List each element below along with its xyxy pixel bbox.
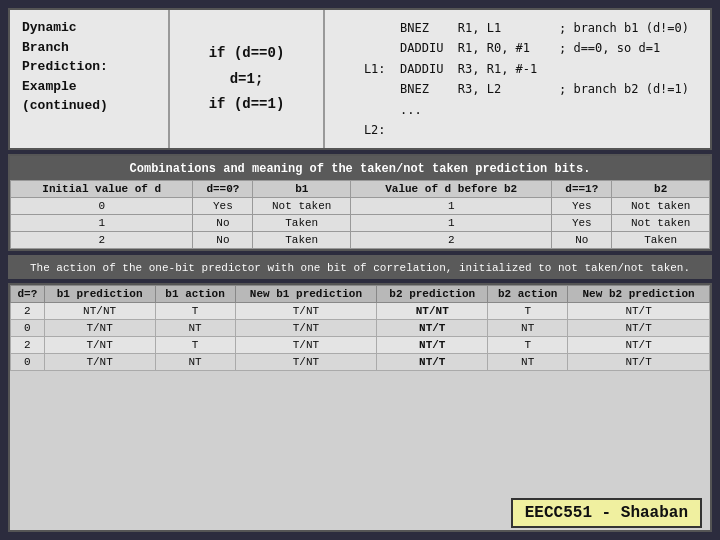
code-line3: if (d==1)	[209, 96, 285, 112]
bottom-th-7: New b2 prediction	[568, 286, 710, 303]
bottom-row: 2NT/NTTT/NTNT/NTTNT/T	[11, 303, 710, 320]
bottom-th-4: New b1 prediction	[235, 286, 377, 303]
combo-title-row: Combinations and meaning of the taken/no…	[10, 156, 710, 180]
bottom-cell: NT	[488, 354, 568, 371]
combo-cell: Not taken	[253, 198, 351, 215]
title-line1: Dynamic	[22, 20, 77, 35]
footer-label: EECC551 - Shaaban	[511, 498, 702, 528]
combo-section: Combinations and meaning of the taken/no…	[8, 154, 712, 251]
combo-cell: Taken	[253, 232, 351, 249]
bottom-cell: NT/T	[377, 320, 488, 337]
bottom-th-2: b1 prediction	[44, 286, 155, 303]
footer-label-text: EECC551 - Shaaban	[525, 504, 688, 522]
bottom-cell: NT	[155, 354, 235, 371]
combo-cell: Not taken	[612, 198, 710, 215]
bottom-cell: 0	[11, 354, 45, 371]
left-panel-title: Dynamic Branch Prediction: Example (cont…	[22, 18, 156, 116]
bottom-th-5: b2 prediction	[377, 286, 488, 303]
bottom-cell: T	[488, 303, 568, 320]
title-line3: Prediction:	[22, 59, 108, 74]
combo-table: Initial value of d d==0? b1 Value of d b…	[10, 180, 710, 249]
combo-cell: Taken	[253, 215, 351, 232]
code-line2: d=1;	[230, 71, 264, 87]
left-panel: Dynamic Branch Prediction: Example (cont…	[10, 10, 170, 148]
middle-panel: if (d==0) d=1; if (d==1)	[170, 10, 325, 148]
title-line4: Example	[22, 79, 77, 94]
right-panel: BNEZ R1, L1 ; branch b1 (d!=0) DADDIU R1…	[325, 10, 710, 148]
combo-cell: No	[193, 215, 253, 232]
combo-cell: Yes	[552, 215, 612, 232]
combo-cell: No	[552, 232, 612, 249]
combo-cell: 1	[351, 198, 552, 215]
bottom-cell: NT/T	[568, 303, 710, 320]
bottom-cell: NT/T	[377, 354, 488, 371]
combo-cell: No	[193, 232, 253, 249]
bottom-cell: NT/NT	[377, 303, 488, 320]
note-text: The action of the one-bit predictor with…	[30, 262, 690, 274]
right-panel-code: BNEZ R1, L1 ; branch b1 (d!=0) DADDIU R1…	[335, 18, 700, 140]
combo-th-2: d==0?	[193, 181, 253, 198]
bottom-cell: NT	[155, 320, 235, 337]
combo-row: 2NoTaken2NoTaken	[11, 232, 710, 249]
combo-row: 0YesNot taken1YesNot taken	[11, 198, 710, 215]
bottom-cell: T/NT	[44, 320, 155, 337]
combo-th-3: b1	[253, 181, 351, 198]
combo-cell: Not taken	[612, 215, 710, 232]
combo-cell: Taken	[612, 232, 710, 249]
title-line2: Branch	[22, 40, 69, 55]
combo-cell: Yes	[552, 198, 612, 215]
bottom-cell: T/NT	[235, 337, 377, 354]
note-bar: The action of the one-bit predictor with…	[8, 255, 712, 279]
bottom-cell: NT	[488, 320, 568, 337]
bottom-cell: T/NT	[235, 320, 377, 337]
bottom-cell: NT/T	[568, 354, 710, 371]
combo-title-text: Combinations and meaning of the taken/no…	[130, 162, 591, 176]
bottom-cell: 0	[11, 320, 45, 337]
bottom-cell: NT/T	[568, 337, 710, 354]
bottom-cell: 2	[11, 337, 45, 354]
combo-cell: 2	[351, 232, 552, 249]
combo-th-5: d==1?	[552, 181, 612, 198]
bottom-cell: T/NT	[44, 337, 155, 354]
bottom-row: 0T/NTNTT/NTNT/TNTNT/T	[11, 354, 710, 371]
bottom-cell: NT/NT	[44, 303, 155, 320]
bottom-cell: T/NT	[44, 354, 155, 371]
top-section: Dynamic Branch Prediction: Example (cont…	[8, 8, 712, 150]
bottom-th-1: d=?	[11, 286, 45, 303]
bottom-cell: T	[155, 303, 235, 320]
bottom-cell: NT/T	[377, 337, 488, 354]
bottom-cell: T	[155, 337, 235, 354]
combo-th-6: b2	[612, 181, 710, 198]
bottom-cell: 2	[11, 303, 45, 320]
bottom-section: d=? b1 prediction b1 action New b1 predi…	[8, 283, 712, 532]
combo-cell: 2	[11, 232, 193, 249]
main-container: Dynamic Branch Prediction: Example (cont…	[0, 0, 720, 540]
bottom-header-row: d=? b1 prediction b1 action New b1 predi…	[11, 286, 710, 303]
bottom-table: d=? b1 prediction b1 action New b1 predi…	[10, 285, 710, 371]
bottom-th-6: b2 action	[488, 286, 568, 303]
bottom-row: 0T/NTNTT/NTNT/TNTNT/T	[11, 320, 710, 337]
bottom-cell: NT/T	[568, 320, 710, 337]
combo-cell: 0	[11, 198, 193, 215]
combo-cell: 1	[351, 215, 552, 232]
combo-cell: 1	[11, 215, 193, 232]
bottom-row: 2T/NTTT/NTNT/TTNT/T	[11, 337, 710, 354]
combo-th-4: Value of d before b2	[351, 181, 552, 198]
title-line5: (continued)	[22, 98, 108, 113]
middle-panel-text: if (d==0) d=1; if (d==1)	[209, 41, 285, 117]
bottom-cell: T	[488, 337, 568, 354]
combo-th-1: Initial value of d	[11, 181, 193, 198]
code-line1: if (d==0)	[209, 45, 285, 61]
bottom-th-3: b1 action	[155, 286, 235, 303]
combo-row: 1NoTaken1YesNot taken	[11, 215, 710, 232]
combo-header-row: Initial value of d d==0? b1 Value of d b…	[11, 181, 710, 198]
bottom-cell: T/NT	[235, 303, 377, 320]
combo-cell: Yes	[193, 198, 253, 215]
bottom-cell: T/NT	[235, 354, 377, 371]
